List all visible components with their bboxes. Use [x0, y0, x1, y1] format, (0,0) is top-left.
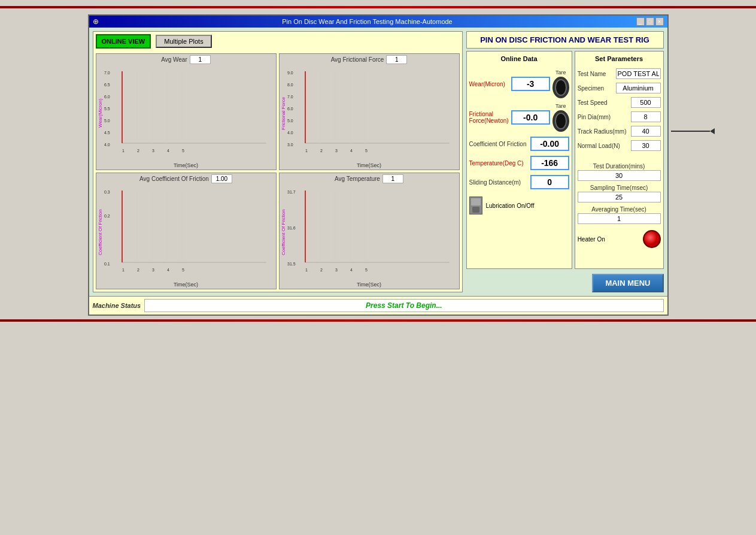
- coeff-value-field[interactable]: [530, 137, 569, 151]
- online-data-title: Online Data: [469, 55, 569, 62]
- test-speed-row: Test Speed: [578, 97, 661, 108]
- right-mid: Online Data Wear(Micron) Tare: [466, 51, 664, 269]
- wear-plot-svg: 7.0 6.5 6.0 5.5 5.0 4.5 4.0: [104, 65, 275, 155]
- wear-value-field[interactable]: [511, 77, 550, 91]
- frictional-force-plot-svg: 9.0 8.0 7.0 6.0 5.0 4.0 3.0 1 2: [287, 65, 458, 155]
- temperature-plot-svg: 31.7 31.6 31.5 1 2 3 4 5: [287, 185, 458, 274]
- coeff-friction-plot-svg: 0.3 0.2 0.1 1 2 3 4 5: [104, 185, 275, 274]
- lubrication-button[interactable]: [469, 197, 482, 214]
- plots-grid: Avg Wear Wear(Micron): [96, 53, 460, 289]
- heater-button[interactable]: [643, 230, 661, 248]
- svg-text:5: 5: [365, 149, 368, 153]
- normal-load-field[interactable]: [631, 140, 661, 151]
- svg-text:1: 1: [305, 149, 308, 153]
- frictional-y-label: Frictional Force: [281, 65, 286, 161]
- svg-text:5: 5: [365, 268, 368, 272]
- right-panel: PIN ON DISC FRICTION AND WEAR TEST RIG O…: [466, 31, 664, 292]
- temp-avg-input[interactable]: [382, 174, 403, 183]
- coeff-x-label: Time(Sec): [98, 282, 275, 288]
- main-menu-button[interactable]: MAIN MENU: [592, 274, 663, 292]
- coeff-avg-input[interactable]: [211, 174, 232, 183]
- test-speed-label: Test Speed: [578, 99, 608, 106]
- test-duration-field[interactable]: [578, 170, 661, 181]
- sampling-time-row: Sampling Time(msec): [578, 185, 661, 202]
- temp-label: Temperature(Deg C): [469, 160, 524, 167]
- normal-load-row: Normal Load(N): [578, 140, 661, 151]
- averaging-time-field[interactable]: [578, 213, 661, 224]
- svg-text:4: 4: [350, 149, 353, 153]
- specimen-label: Specimen: [578, 85, 604, 92]
- svg-text:2: 2: [320, 149, 323, 153]
- tare2-label: Tare: [555, 103, 566, 109]
- temp-x-label: Time(Sec): [281, 282, 458, 288]
- averaging-time-label: Averaging Time(sec): [578, 206, 661, 213]
- specimen-field[interactable]: [616, 83, 661, 93]
- track-radius-field[interactable]: [631, 126, 661, 137]
- svg-text:4: 4: [167, 268, 169, 272]
- multiple-plots-button[interactable]: Multiple Plots: [156, 35, 211, 48]
- set-params-title: Set Parameters: [578, 55, 661, 62]
- coeff-friction-plot-header: Avg Coefficient Of Friction: [98, 174, 275, 183]
- coeff-y-label: Coefficient Of Friction: [98, 185, 103, 280]
- track-radius-row: Track Radius(mm): [578, 126, 661, 137]
- test-duration-label: Test Duration(mins): [578, 163, 661, 170]
- frictional-force-x-label: Time(Sec): [281, 162, 458, 168]
- pin-dia-field[interactable]: [631, 111, 661, 122]
- svg-text:7.0: 7.0: [104, 71, 110, 75]
- rig-title: PIN ON DISC FRICTION AND WEAR TEST RIG: [466, 31, 664, 49]
- tare1-button[interactable]: [552, 77, 569, 98]
- arrow-indicator: [671, 128, 715, 134]
- svg-text:6.5: 6.5: [104, 83, 110, 87]
- svg-text:8.0: 8.0: [287, 83, 293, 87]
- heater-row: Heater On: [578, 230, 661, 248]
- svg-text:0.3: 0.3: [104, 190, 110, 194]
- svg-text:7.0: 7.0: [287, 95, 293, 99]
- test-name-field[interactable]: [616, 68, 661, 79]
- test-duration-row: Test Duration(mins): [578, 163, 661, 181]
- minimize-button[interactable]: _: [636, 17, 645, 26]
- left-panel: ONLINE VIEW Multiple Plots Avg Wear Wear…: [93, 31, 463, 292]
- tare1-label: Tare: [555, 69, 566, 75]
- temp-y-label: Coefficient Of Friction: [281, 185, 286, 280]
- wear-plot-box: Avg Wear Wear(Micron): [96, 53, 277, 170]
- main-window: ⊕ Pin On Disc Wear And Friction Testing …: [88, 14, 669, 316]
- window-title: Pin On Disc Wear And Friction Testing Ma…: [99, 18, 636, 25]
- frictional-value-field[interactable]: [511, 110, 550, 125]
- tare2-button[interactable]: [552, 110, 569, 132]
- close-button[interactable]: ×: [655, 17, 664, 26]
- temperature-plot-box: Avg Temperature Coefficient Of Friction: [279, 173, 460, 289]
- test-name-label: Test Name: [578, 71, 606, 77]
- sliding-value-field[interactable]: [530, 175, 569, 189]
- online-data-panel: Online Data Wear(Micron) Tare: [466, 51, 572, 269]
- frictional-avg-input[interactable]: [386, 55, 407, 64]
- wear-avg-input[interactable]: [190, 55, 211, 64]
- sampling-time-label: Sampling Time(msec): [578, 185, 661, 191]
- svg-text:31.7: 31.7: [287, 190, 296, 194]
- maximize-button[interactable]: □: [646, 17, 654, 26]
- temp-value-field[interactable]: [530, 156, 569, 170]
- test-name-row: Test Name: [578, 68, 661, 79]
- content-area: ONLINE VIEW Multiple Plots Avg Wear Wear…: [89, 28, 667, 296]
- tare2-group: Tare: [552, 103, 569, 132]
- svg-text:4.5: 4.5: [104, 131, 110, 135]
- test-speed-field[interactable]: [631, 97, 661, 108]
- sampling-time-field[interactable]: [578, 192, 661, 202]
- machine-status-label: Machine Status: [93, 302, 141, 309]
- sliding-label: Sliding Distance(m): [469, 179, 521, 186]
- averaging-time-row: Averaging Time(sec): [578, 206, 661, 224]
- wear-y-label: Wear(Micron): [98, 65, 103, 161]
- frictional-label: Frictional Force(Newton): [469, 111, 509, 124]
- frictional-force-plot-box: Avg Frictional Force Frictional Force: [279, 53, 460, 170]
- coeff-avg-label: Avg Coefficient Of Friction: [139, 176, 209, 182]
- svg-text:9.0: 9.0: [287, 71, 293, 75]
- title-bar: ⊕ Pin On Disc Wear And Friction Testing …: [89, 16, 667, 28]
- svg-text:3: 3: [335, 268, 338, 272]
- svg-text:5.5: 5.5: [104, 107, 110, 111]
- svg-text:5: 5: [182, 149, 184, 153]
- tare1-group: Tare: [552, 69, 569, 98]
- heater-label: Heater On: [578, 236, 605, 243]
- svg-text:2: 2: [137, 149, 139, 153]
- coeff-friction-plot-box: Avg Coefficient Of Friction Coefficient …: [96, 173, 277, 289]
- online-view-button[interactable]: ONLINE VIEW: [96, 34, 151, 49]
- svg-text:1: 1: [122, 149, 125, 153]
